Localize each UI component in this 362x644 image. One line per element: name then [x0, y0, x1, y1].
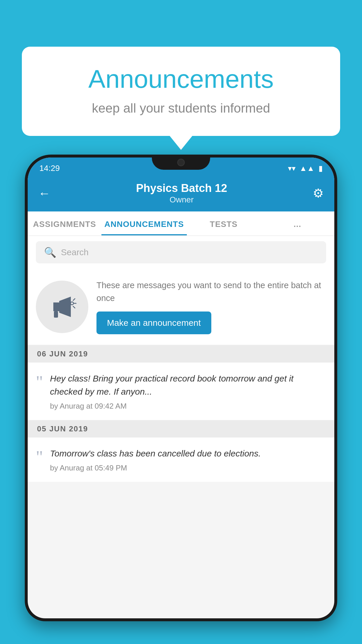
status-time: 14:29: [39, 164, 60, 173]
hero-section: Announcements keep all your students inf…: [22, 47, 340, 136]
quote-icon-1: ": [36, 373, 43, 391]
tab-assignments[interactable]: ASSIGNMENTS: [28, 211, 101, 235]
settings-icon[interactable]: ⚙: [313, 186, 324, 200]
announcement-content-1: Hey class! Bring your practical record b…: [50, 372, 326, 411]
announcement-content-2: Tomorrow's class has been cancelled due …: [50, 447, 326, 473]
announcement-item-1[interactable]: " Hey class! Bring your practical record…: [28, 363, 334, 420]
announcement-text-1: Hey class! Bring your practical record b…: [50, 372, 326, 398]
search-bar-container: 🔍 Search: [28, 236, 334, 269]
phone-device: 14:29 ▾▾ ▲▲ ▮ ← Physics Batch 12 Owner ⚙: [25, 155, 337, 621]
svg-line-4: [73, 299, 75, 300]
phone-notch: [152, 155, 210, 170]
hero-subtitle: keep all your students informed: [45, 101, 317, 116]
wifi-icon: ▾▾: [288, 164, 296, 173]
svg-marker-0: [53, 302, 59, 311]
app-header: ← Physics Batch 12 Owner ⚙: [28, 177, 334, 211]
battery-icon: ▮: [319, 164, 323, 173]
phone-wrapper: 14:29 ▾▾ ▲▲ ▮ ← Physics Batch 12 Owner ⚙: [25, 155, 337, 644]
promo-content: These are messages you want to send to t…: [96, 279, 326, 334]
announcement-meta-2: by Anurag at 05:49 PM: [50, 463, 326, 473]
announcement-item-2[interactable]: " Tomorrow's class has been cancelled du…: [28, 438, 334, 482]
tab-tests[interactable]: TESTS: [187, 211, 261, 235]
speech-bubble: Announcements keep all your students inf…: [22, 47, 340, 136]
announcement-promo: These are messages you want to send to t…: [28, 269, 334, 345]
signal-icon: ▲▲: [300, 164, 314, 173]
tab-announcements[interactable]: ANNOUNCEMENTS: [101, 211, 187, 235]
svg-rect-2: [54, 311, 58, 318]
quote-icon-2: ": [36, 448, 43, 466]
tabs-bar: ASSIGNMENTS ANNOUNCEMENTS TESTS ...: [28, 211, 334, 236]
search-bar[interactable]: 🔍 Search: [36, 241, 326, 263]
header-title: Physics Batch 12: [136, 182, 227, 195]
tab-more[interactable]: ...: [261, 211, 334, 235]
date-separator-2: 05 JUN 2019: [28, 420, 334, 438]
hero-title: Announcements: [45, 64, 317, 94]
back-button[interactable]: ←: [38, 187, 50, 200]
promo-icon-circle: [36, 281, 88, 333]
search-placeholder: Search: [61, 247, 89, 257]
svg-point-3: [71, 302, 73, 305]
promo-description: These are messages you want to send to t…: [96, 279, 326, 304]
search-icon: 🔍: [44, 246, 56, 258]
announcement-meta-1: by Anurag at 09:42 AM: [50, 402, 326, 411]
phone-screen: 14:29 ▾▾ ▲▲ ▮ ← Physics Batch 12 Owner ⚙: [28, 158, 334, 618]
status-icons: ▾▾ ▲▲ ▮: [288, 164, 323, 173]
svg-line-6: [73, 306, 75, 308]
svg-marker-1: [59, 297, 71, 317]
make-announcement-button[interactable]: Make an announcement: [96, 312, 211, 334]
date-separator-1: 06 JUN 2019: [28, 345, 334, 363]
header-title-area: Physics Batch 12 Owner: [136, 182, 227, 204]
phone-camera: [177, 159, 185, 166]
announcement-text-2: Tomorrow's class has been cancelled due …: [50, 447, 326, 460]
megaphone-icon: [48, 292, 77, 321]
header-subtitle: Owner: [136, 195, 227, 204]
